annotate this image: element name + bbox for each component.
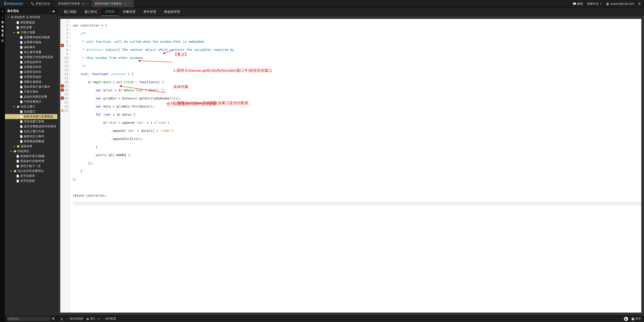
gear-icon[interactable]: ⚙ (638, 2, 641, 6)
file-icon: 📄 (20, 70, 23, 74)
tree-file[interactable]: 📄调整左侧资源 (5, 80, 57, 84)
tree-file[interactable]: 📄自定义窗口约束 (5, 129, 57, 134)
tree-file[interactable]: 📄初始界面不显示事件 (5, 84, 57, 89)
tree-file[interactable]: 📄绑定变量 (5, 25, 57, 30)
grid-icon: ▦ (86, 317, 89, 320)
forward-icon[interactable]: ▶ (53, 10, 55, 13)
gutter-line: ▾2 (64, 24, 68, 28)
tree-file[interactable]: 📄不显示周末 (5, 89, 57, 94)
tree-file[interactable]: 📄设置事件的时间精度 (5, 35, 57, 40)
gutter-line: 21 (64, 100, 68, 104)
file-icon: 📄 (20, 130, 23, 133)
tree-file[interactable]: 📄设置起始时间 (5, 60, 57, 64)
tree-file[interactable]: 📄获取其他窗口变量数据 (5, 114, 57, 119)
main-tab[interactable]: 窗口视图 (60, 8, 80, 16)
expand-icon[interactable]: ⤢ (7, 16, 10, 19)
tab-label: 获取其他窗口变量数据 (95, 2, 122, 6)
tree-file[interactable]: 📄设置事件颜色 (5, 40, 57, 45)
file-icon: 📄 (16, 174, 19, 178)
back-label: 返回流程图 (70, 317, 83, 321)
add-page-label: 添加页面 (30, 15, 40, 19)
tree-file[interactable]: 📄触发自定义事件 (5, 134, 57, 139)
tree-file[interactable]: 📄设置营业时间 (5, 70, 57, 74)
rail-item[interactable]: ≡自定义 Http 接口 (1, 28, 4, 38)
tree-folder[interactable]: ▾📁自定义窗口 (5, 104, 57, 109)
tree-file[interactable]: 📄提供变量数据供外部使用 (5, 124, 57, 129)
tree-file[interactable]: 📄设置格子的宽度和高度 (5, 55, 57, 60)
gutter-line: 13 (64, 68, 68, 72)
add-menu-label: 添加菜单 (14, 15, 25, 19)
tree-label: 提供变量数据供外部使用 (24, 124, 56, 128)
tree-file[interactable]: 📄设置展示时间 (5, 64, 57, 70)
editor-tab[interactable]: 查询器的可用变量 129× (56, 0, 92, 8)
gutter-line: ✕17 (64, 84, 68, 88)
file-icon: 📄 (20, 46, 23, 49)
gutter-line: ✕▾7 (64, 44, 68, 48)
gutter-line: ✕18 (64, 88, 68, 92)
tree-label: 根据条件启用/禁用 (20, 159, 44, 163)
user-menu[interactable]: 🔒 soooon@126.com (606, 2, 634, 6)
app-logo: EEnhancernhancer (0, 1, 28, 6)
main-tab[interactable]: 控制器 (101, 8, 119, 16)
tree-file[interactable]: 📄根据条件启用/禁用 (5, 159, 57, 164)
main-tab[interactable]: 数据源管理 (160, 8, 184, 16)
caret-left-icon[interactable]: ❮ (61, 317, 63, 320)
main-tab[interactable]: 事件管理 (140, 8, 160, 16)
add-page-button[interactable]: ⊕ 添加页面 (26, 15, 40, 19)
caret-down-icon: ▾ (12, 105, 16, 108)
tree-file[interactable]: 📄获取数据源数据 (5, 139, 57, 144)
tree-file[interactable]: 📄起始时间绑定变量 (5, 94, 57, 99)
tree-file[interactable]: 📄可用变量展示 (5, 99, 57, 104)
collapse-icon[interactable]: ↕ (49, 10, 51, 13)
tree-file[interactable]: 📄自由窗口 (5, 109, 57, 114)
rail-item[interactable]: ≡页面管理 (1, 16, 4, 20)
close-icon[interactable]: × (129, 2, 131, 6)
gutter-line: 10 (64, 56, 68, 60)
file-icon: 📄 (20, 140, 23, 143)
file-icon: 📄 (20, 51, 23, 54)
rail-item[interactable]: ≡角色管理 (1, 20, 4, 24)
tree-file[interactable]: 📄根据条件显示/隐藏 (5, 154, 57, 159)
file-icon: 📄 (16, 164, 19, 168)
search-input[interactable] (7, 316, 50, 321)
file-icon: 📄 (20, 120, 23, 123)
add-menu-button[interactable]: ✚ 添加菜单 (11, 15, 25, 19)
rail-item[interactable]: ≡全局配置 (1, 24, 4, 28)
save-button[interactable]: 💾 保存 (631, 317, 641, 321)
tree-file[interactable]: 📄填完才能下一步 (5, 164, 57, 168)
file-icon: 📄 (20, 76, 23, 78)
tree-file[interactable]: 📄绑定数据源 (5, 20, 57, 25)
main-tab[interactable]: 窗口样式 (80, 8, 101, 16)
play-button[interactable]: ▶ (624, 317, 628, 321)
tutorial-label: 教程 (577, 2, 583, 6)
workbench-button[interactable]: 🔧 开发工作台 (28, 2, 53, 6)
tree-label: 绑定变量 (20, 26, 32, 30)
tree-folder[interactable]: ▾📁按钮用法 (5, 149, 57, 154)
tree-label: 获取数据源数据 (24, 139, 44, 143)
main-tab[interactable]: 变量管理 (119, 8, 140, 16)
tree-file[interactable]: 📄禁止事件重叠 (5, 50, 57, 55)
tree-file[interactable]: 📄设置背景条纹 (5, 74, 57, 80)
tree-folder[interactable]: ▾📁日程计划器 (5, 30, 57, 35)
rail-caret-left-icon[interactable]: ❮ (1, 9, 4, 13)
back-to-flow-button[interactable]: ← 返回流程图 (66, 317, 83, 321)
tree-folder[interactable]: ▾📁SQL标识符变量用法 (5, 168, 57, 174)
caret-down-icon: ▾ (12, 145, 16, 148)
error-icon: ✕ (61, 88, 64, 92)
close-icon[interactable]: × (86, 2, 89, 6)
file-icon: 📄 (20, 115, 23, 118)
editor-tab[interactable]: 获取其他窗口变量数据 171× (92, 0, 134, 8)
tree-file[interactable]: 📄变字段更新 (5, 178, 57, 184)
tree-label: 设置营业时间 (24, 70, 42, 74)
tab-number: 129 (81, 2, 85, 5)
tree-file[interactable]: 📄编辑事件 (5, 45, 57, 50)
tutorial-link[interactable]: 📖 教程 (573, 2, 583, 6)
tree-label: 设置背景条纹 (24, 75, 42, 79)
tree-folder[interactable]: ▾📁超级表单 (5, 144, 57, 149)
language-dropdown[interactable]: 简体中文 ▼ (587, 2, 602, 6)
tree-label: 禁止事件重叠 (24, 50, 42, 54)
tree-file[interactable]: 📄受其他窗口影响 (5, 119, 57, 124)
tree-label: 编辑事件 (24, 45, 36, 49)
tree-file[interactable]: 📄变字段查询 (5, 174, 57, 178)
search-icon[interactable]: 🔍 (52, 317, 56, 321)
